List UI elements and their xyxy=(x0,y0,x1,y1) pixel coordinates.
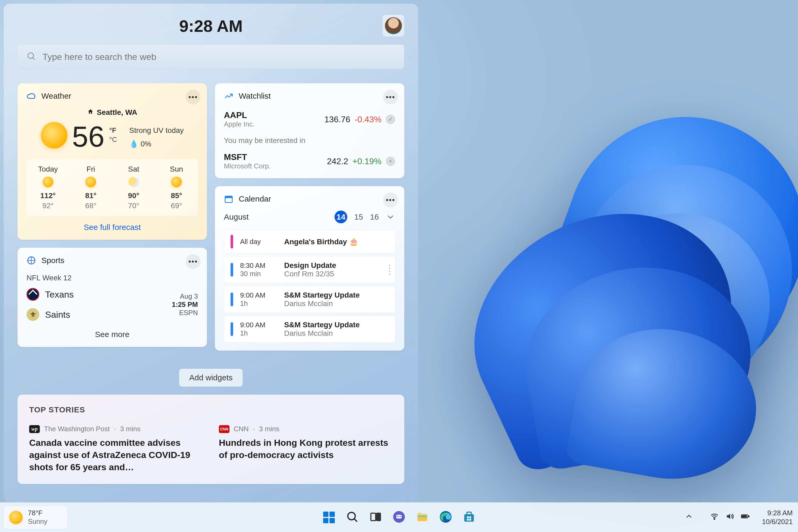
svg-rect-24 xyxy=(748,516,749,517)
card-menu-button[interactable]: ••• xyxy=(383,90,398,104)
forecast-day[interactable]: Fri81°68° xyxy=(70,165,112,210)
store-icon xyxy=(463,511,476,524)
see-more-link[interactable]: See more xyxy=(26,330,198,339)
sun-icon xyxy=(41,122,68,149)
svg-line-1 xyxy=(33,58,35,60)
chat-icon xyxy=(393,511,405,524)
folder-icon xyxy=(416,511,429,524)
tray-overflow-button[interactable] xyxy=(680,509,698,525)
svg-point-22 xyxy=(714,518,715,519)
watchlist-icon xyxy=(224,91,234,101)
top-stories-widget[interactable]: TOP STORIES wp The Washington Post·3 min… xyxy=(18,395,404,484)
sports-widget[interactable]: Sports ••• NFL Week 12 Texans Saints Aug… xyxy=(18,248,207,347)
calendar-day-picker[interactable]: 14 15 16 xyxy=(335,211,395,223)
forecast-day[interactable]: Sun85°69° xyxy=(155,165,198,210)
user-avatar[interactable] xyxy=(383,15,404,37)
droplet-icon: 💧 xyxy=(129,139,138,148)
calendar-event[interactable]: 9:00 AM1h S&M Startegy UpdateDarius Mccl… xyxy=(224,316,395,343)
story-source: CNN CNN·3 mins xyxy=(219,425,393,433)
search-bar[interactable] xyxy=(18,44,404,69)
story-item[interactable]: wp The Washington Post·3 mins Canada vac… xyxy=(29,425,203,473)
calendar-event[interactable]: All day Angela's Birthday 🎂 xyxy=(224,230,395,253)
match-row[interactable]: Texans Saints Aug 3 1:25 PM ESPN xyxy=(26,288,198,321)
microsoft-store-button[interactable] xyxy=(460,508,479,527)
calendar-day[interactable]: 16 xyxy=(370,212,379,222)
weather-note: Strong UV today 💧0% xyxy=(129,126,184,148)
calendar-month: August xyxy=(224,212,248,222)
watchlist-widget[interactable]: Watchlist ••• AAPL Apple Inc. 136.76 -0.… xyxy=(215,83,404,178)
widgets-panel: 9:28 AM Weather ••• Seattle, WA xyxy=(4,4,418,502)
chat-button[interactable] xyxy=(389,508,409,527)
search-input[interactable] xyxy=(42,52,395,62)
calendar-day[interactable]: 15 xyxy=(354,212,363,222)
stock-row[interactable]: AAPL Apple Inc. 136.76 -0.43% ✓ xyxy=(224,110,395,128)
chevron-down-icon[interactable] xyxy=(386,212,395,222)
taskbar: 78°FSunny xyxy=(0,502,798,532)
weather-icon xyxy=(26,91,36,101)
story-headline: Hundreds in Hong Kong protest arrests of… xyxy=(219,437,393,461)
svg-point-13 xyxy=(400,516,401,517)
svg-rect-16 xyxy=(464,514,474,522)
card-menu-button[interactable]: ••• xyxy=(186,254,201,269)
svg-rect-20 xyxy=(467,519,469,520)
card-menu-button[interactable]: ••• xyxy=(383,192,398,207)
search-icon xyxy=(346,511,359,524)
calendar-event[interactable]: 9:00 AM1h S&M Startegy UpdateDarius Mccl… xyxy=(224,286,395,313)
tray-network-volume-battery[interactable] xyxy=(706,509,754,525)
source-badge-icon: CNN xyxy=(219,425,229,433)
tray-clock[interactable]: 9:28 AM 10/6/2021 xyxy=(762,509,793,526)
task-view-button[interactable] xyxy=(366,508,385,527)
svg-rect-14 xyxy=(417,515,427,517)
svg-point-12 xyxy=(398,516,400,517)
team-row: Saints xyxy=(26,308,74,321)
add-icon[interactable]: + xyxy=(386,156,395,166)
calendar-event[interactable]: 8:30 AM30 min Design UpdateConf Rm 32/35 xyxy=(224,256,395,283)
team-logo-icon xyxy=(26,308,39,321)
edge-browser-button[interactable] xyxy=(436,508,455,527)
weather-widget[interactable]: Weather ••• Seattle, WA 56 °F °C Strong … xyxy=(18,83,207,240)
start-button[interactable] xyxy=(319,508,338,527)
forecast-day[interactable]: Today112°92° xyxy=(26,165,70,210)
card-title: Calendar xyxy=(239,194,271,204)
battery-icon xyxy=(741,512,750,523)
check-icon[interactable]: ✓ xyxy=(386,115,395,124)
drag-handle-icon[interactable] xyxy=(389,265,390,275)
stock-row[interactable]: MSFT Microsoft Corp. 242.2 +0.19% + xyxy=(224,152,395,170)
windows-logo-icon xyxy=(323,512,335,523)
forecast-day[interactable]: Sat90°70° xyxy=(112,165,155,210)
team-row: Texans xyxy=(26,288,74,301)
svg-rect-17 xyxy=(467,512,471,515)
card-menu-button[interactable]: ••• xyxy=(186,90,201,104)
calendar-day-selected[interactable]: 14 xyxy=(335,211,347,223)
current-temp: 56 xyxy=(72,122,105,151)
svg-rect-21 xyxy=(469,519,471,520)
svg-rect-25 xyxy=(742,515,746,517)
see-full-forecast-link[interactable]: See full forecast xyxy=(26,223,198,232)
story-item[interactable]: CNN CNN·3 mins Hundreds in Hong Kong pro… xyxy=(219,425,393,473)
calendar-widget[interactable]: Calendar ••• August 14 15 16 All day xyxy=(215,186,404,350)
svg-line-6 xyxy=(354,519,357,522)
sun-icon xyxy=(9,511,22,524)
svg-point-0 xyxy=(28,53,33,58)
file-explorer-button[interactable] xyxy=(413,508,432,527)
card-title: Sports xyxy=(41,256,64,265)
add-widgets-button[interactable]: Add widgets xyxy=(179,369,243,387)
temp-units[interactable]: °F °C xyxy=(109,126,117,144)
svg-rect-8 xyxy=(377,513,381,520)
taskbar-search-button[interactable] xyxy=(343,508,362,527)
stock-price: 136.76 xyxy=(324,115,350,125)
svg-rect-7 xyxy=(371,513,376,520)
calendar-icon xyxy=(224,194,234,204)
svg-rect-4 xyxy=(225,196,233,198)
volume-icon xyxy=(725,512,734,523)
forecast-row: Today112°92° Fri81°68° Sat90°70° Sun85°6… xyxy=(26,159,198,216)
card-title: Weather xyxy=(41,92,71,100)
watchlist-subheader: You may be interested in xyxy=(224,136,395,145)
taskbar-weather[interactable]: 78°FSunny xyxy=(4,506,68,529)
wifi-icon xyxy=(710,512,719,523)
svg-point-5 xyxy=(348,512,355,520)
svg-rect-18 xyxy=(467,516,469,518)
stock-price: 242.2 xyxy=(327,156,348,166)
stock-change: -0.43% xyxy=(355,115,382,125)
task-view-icon xyxy=(369,511,382,524)
